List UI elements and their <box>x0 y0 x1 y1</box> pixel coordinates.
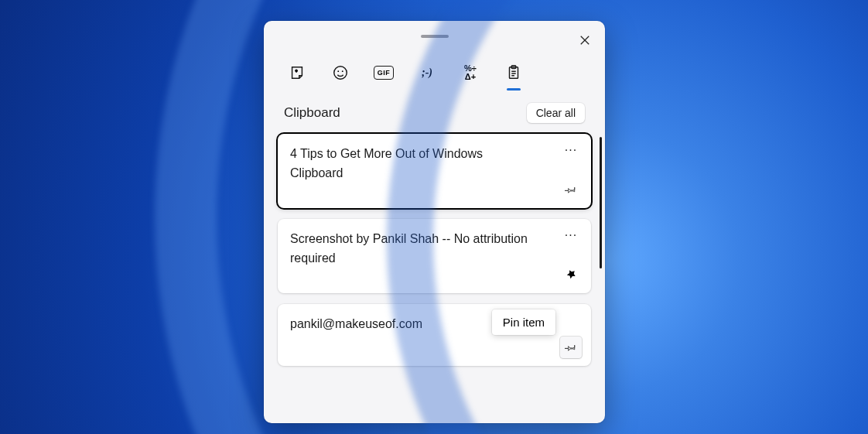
tab-recent[interactable] <box>287 63 307 83</box>
svg-line-0 <box>581 36 589 44</box>
svg-line-1 <box>581 36 589 44</box>
drag-handle[interactable] <box>421 35 449 38</box>
clipboard-list: 4 Tips to Get More Out of Windows Clipbo… <box>264 131 605 423</box>
clipboard-item-text: Screenshot by Pankil Shah -- No attribut… <box>290 230 538 268</box>
clipboard-item-text: 4 Tips to Get More Out of Windows Clipbo… <box>290 145 538 183</box>
scrollbar[interactable] <box>600 137 602 268</box>
tab-clipboard[interactable] <box>504 63 524 83</box>
symbols-icon: %÷ Δ+ <box>464 64 477 81</box>
gif-icon: GIF <box>378 69 391 77</box>
tab-row: GIF ;-) %÷ Δ+ <box>264 52 605 83</box>
kaomoji-icon: ;-) <box>422 67 432 79</box>
item-more-button[interactable]: ··· <box>562 228 580 244</box>
tab-gif[interactable]: GIF <box>374 66 394 80</box>
panel-titlebar <box>264 21 605 52</box>
svg-point-4 <box>342 70 343 72</box>
item-pin-button[interactable] <box>560 264 582 285</box>
svg-rect-6 <box>511 66 516 69</box>
tab-kaomoji[interactable]: ;-) <box>417 63 437 83</box>
section-header: Clipboard Clear all <box>264 83 605 131</box>
clipboard-item[interactable]: Screenshot by Pankil Shah -- No attribut… <box>278 219 591 293</box>
item-pin-button[interactable] <box>560 337 582 358</box>
section-title: Clipboard <box>284 105 340 121</box>
pin-filled-icon <box>565 268 577 281</box>
pin-tooltip: Pin item <box>492 309 555 335</box>
pin-outline-icon <box>565 183 577 196</box>
svg-point-3 <box>337 70 339 72</box>
clipboard-item[interactable]: pankil@makeuseof.com Pin item <box>278 304 591 366</box>
tab-symbols[interactable]: %÷ Δ+ <box>460 63 480 83</box>
clear-all-button[interactable]: Clear all <box>527 103 585 123</box>
more-icon: ··· <box>565 143 577 156</box>
clipboard-item[interactable]: 4 Tips to Get More Out of Windows Clipbo… <box>278 134 591 208</box>
clipboard-panel: GIF ;-) %÷ Δ+ Clipboard Clear all 4 Tips… <box>264 21 605 423</box>
svg-point-2 <box>334 67 347 80</box>
clipboard-icon <box>505 64 522 81</box>
close-icon <box>579 35 590 48</box>
tab-emoji[interactable] <box>330 63 350 83</box>
sticker-heart-icon <box>289 64 306 81</box>
more-icon: ··· <box>565 228 577 241</box>
item-more-button[interactable]: ··· <box>562 143 580 159</box>
item-pin-button[interactable] <box>560 179 582 200</box>
svg-rect-5 <box>510 67 518 79</box>
pin-outline-icon <box>565 341 577 354</box>
close-button[interactable] <box>572 29 597 53</box>
emoji-icon <box>332 64 349 81</box>
